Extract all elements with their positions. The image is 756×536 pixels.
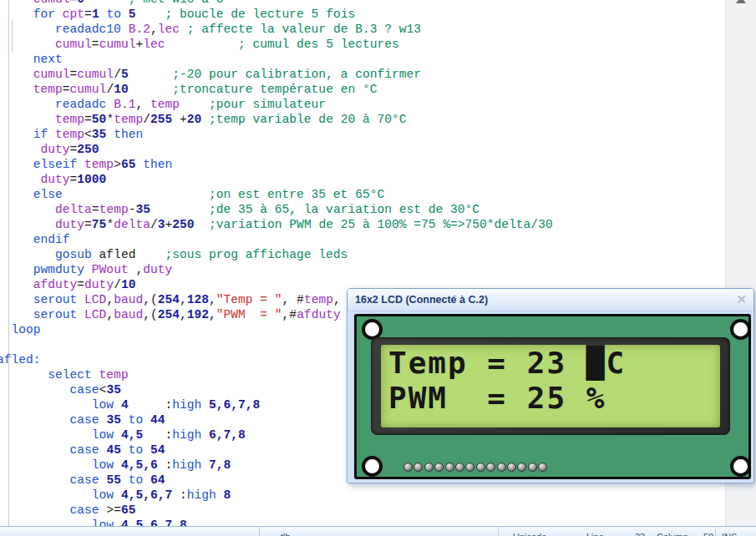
code-line: readadc B.1, temp ;pour simulateur [0, 97, 553, 112]
status-text: Line [586, 532, 604, 536]
lcd-window-titlebar[interactable]: 16x2 LCD (Connecté à C.2) ✕ [348, 289, 753, 311]
code-line: temp=cumul/10 ;troncature températue en … [0, 82, 553, 97]
status-text: INS [722, 532, 737, 536]
lcd-pin [538, 463, 547, 472]
status-divider [715, 528, 716, 536]
code-line: endif [0, 232, 553, 247]
lcd-pin-row [403, 463, 548, 472]
mount-hole-top-right [730, 319, 751, 340]
status-text: 58 [703, 532, 713, 536]
status-text: tlb [281, 532, 291, 536]
mount-hole-bottom-left [362, 456, 383, 477]
code-line: low 4,5,6,7,8 [0, 518, 553, 526]
code-line: delta=temp-35 ;de 35 à 65, la variation … [0, 202, 553, 217]
code-line: for cpt=1 to 5 ; boucle de lecture 5 foi… [0, 7, 553, 22]
lcd-line-1: Temp = 23 █C [388, 351, 626, 376]
code-line: cumul=cumul/5 ;-20 pour calibration, a c… [0, 67, 553, 82]
lcd-pin [445, 463, 454, 472]
code-line: cumul=cumul+lec ; cumul des 5 lectures [0, 37, 553, 52]
app-screen: cumul=0 ; met w10 à 0 for cpt=1 to 5 ; b… [0, 0, 756, 536]
code-line: else ;on est entre 35 et 65°C [0, 187, 553, 202]
code-line: pwmduty PWout ,duty [0, 262, 553, 277]
status-text: 33 [635, 532, 645, 536]
code-line: if temp<35 then [0, 127, 553, 142]
status-divider [498, 528, 499, 536]
code-line: low 4,5,6,7 :high 8 [0, 488, 553, 503]
code-line: duty=250 [0, 142, 553, 157]
lcd-pin [455, 463, 464, 472]
lcd-display: Temp = 23 █C PWM = 25 % [381, 345, 720, 427]
code-line: next [0, 52, 553, 67]
status-divider [259, 528, 260, 536]
lcd-line-2: PWM = 25 % [388, 386, 606, 411]
lcd-pin [434, 463, 444, 472]
lcd-pin [465, 463, 474, 472]
lcd-bezel: Temp = 23 █C PWM = 25 % [371, 337, 730, 435]
code-line: case >=65 [0, 503, 553, 518]
code-line: duty=1000 [0, 172, 553, 187]
lcd-pin [507, 463, 516, 472]
lcd-pin [486, 463, 495, 472]
lcd-pin [528, 463, 537, 472]
lcd-pcb-board: Temp = 23 █C PWM = 25 % [354, 314, 751, 479]
code-line: elseif temp>65 then [0, 157, 553, 172]
lcd-simulator-window: 16x2 LCD (Connecté à C.2) ✕ Temp = 23 █C… [347, 288, 754, 483]
lcd-pin [497, 463, 506, 472]
lcd-pin [424, 463, 434, 472]
lcd-pin [476, 463, 485, 472]
scroll-up-arrow-icon[interactable] [736, 0, 746, 3]
code-line: readadc10 B.2,lec ; affecte la valeur de… [0, 22, 553, 37]
lcd-pin [414, 463, 423, 472]
mount-hole-bottom-right [730, 456, 751, 477]
lcd-window-title: 16x2 LCD (Connecté à C.2) [355, 289, 488, 311]
code-line: cumul=0 ; met w10 à 0 [0, 0, 553, 7]
code-line: duty=75*delta/3+250 ;variation PWM de 25… [0, 217, 553, 232]
status-bar: tlbUnicodeLine33Column58INS [0, 526, 756, 536]
lcd-pin [517, 463, 526, 472]
lcd-pin [403, 463, 413, 472]
close-icon[interactable]: ✕ [736, 292, 747, 307]
status-text: Column [657, 532, 688, 536]
code-line: temp=50*temp/255 +20 ;temp variable de 2… [0, 112, 553, 127]
code-line: gosub afled ;sous prog affichage leds [0, 247, 553, 262]
status-text: Unicode [513, 532, 546, 536]
